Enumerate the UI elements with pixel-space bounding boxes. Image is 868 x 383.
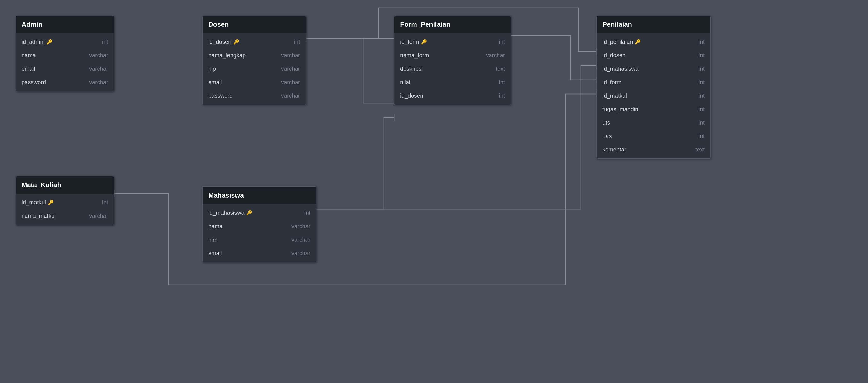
field-type: text (695, 146, 705, 153)
table-form-penilaian-header: Form_Penilaian (395, 16, 510, 33)
diagram-canvas: Admin id_admin 🔑 int nama varchar email … (0, 0, 868, 383)
table-mata-kuliah-title: Mata_Kuliah (22, 181, 61, 189)
field-type: int (699, 119, 705, 126)
table-form-penilaian-title: Form_Penilaian (400, 21, 451, 28)
table-penilaian: Penilaian id_penilaian 🔑 int id_dosen in… (596, 15, 711, 159)
table-row: id_form int (597, 76, 710, 89)
table-row: komentar text (597, 143, 710, 156)
field-name: id_form 🔑 (400, 39, 427, 45)
field-name: id_admin 🔑 (22, 39, 52, 45)
field-name: komentar (602, 146, 626, 153)
table-row: password varchar (16, 76, 114, 89)
field-type: int (499, 79, 505, 86)
table-row: email varchar (203, 247, 316, 260)
table-row: nip varchar (203, 62, 306, 76)
table-mata-kuliah-body: id_matkul 🔑 int nama_matkul varchar (16, 194, 114, 225)
table-row: nama_form varchar (395, 49, 510, 62)
table-row: email varchar (16, 62, 114, 76)
field-name: nama (22, 52, 36, 59)
table-admin: Admin id_admin 🔑 int nama varchar email … (16, 15, 114, 92)
table-dosen-header: Dosen (203, 16, 306, 33)
table-row: id_matkul int (597, 89, 710, 103)
field-type: int (699, 52, 705, 59)
field-name: id_mahasiswa (602, 66, 639, 72)
table-mahasiswa-header: Mahasiswa (203, 187, 316, 204)
table-row: id_dosen int (395, 89, 510, 103)
table-row: tugas_mandiri int (597, 103, 710, 116)
field-name: id_dosen (400, 93, 423, 99)
table-form-penilaian-body: id_form 🔑 int nama_form varchar deskrips… (395, 33, 510, 105)
field-type: varchar (281, 66, 300, 72)
table-mahasiswa-body: id_mahasiswa 🔑 int nama varchar nim varc… (203, 204, 316, 262)
field-name: id_form (602, 79, 621, 86)
field-type: int (699, 79, 705, 86)
table-row: id_penilaian 🔑 int (597, 35, 710, 49)
table-penilaian-title: Penilaian (602, 21, 632, 28)
field-name: id_dosen (602, 52, 625, 59)
table-admin-body: id_admin 🔑 int nama varchar email varcha… (16, 33, 114, 91)
table-row: nim varchar (203, 233, 316, 247)
field-type: varchar (486, 52, 505, 59)
field-name: uts (602, 119, 610, 126)
field-name: deskripsi (400, 66, 423, 72)
table-row: nama_matkul varchar (16, 209, 114, 223)
field-name: nilai (400, 79, 410, 86)
field-type: int (699, 133, 705, 140)
table-mata-kuliah: Mata_Kuliah id_matkul 🔑 int nama_matkul … (16, 176, 114, 225)
table-dosen: Dosen id_dosen 🔑 int nama_lengkap varcha… (202, 15, 306, 105)
pk-icon: 🔑 (47, 39, 52, 45)
table-row: id_mahasiswa 🔑 int (203, 206, 316, 219)
field-type: int (499, 93, 505, 99)
field-type: varchar (291, 236, 310, 243)
field-type: int (499, 39, 505, 45)
field-type: int (699, 106, 705, 113)
pk-icon: 🔑 (246, 210, 252, 216)
table-row: nama varchar (16, 49, 114, 62)
field-type: varchar (89, 213, 108, 219)
table-row: email varchar (203, 76, 306, 89)
pk-icon: 🔑 (234, 39, 239, 45)
table-admin-title: Admin (22, 21, 42, 28)
table-dosen-body: id_dosen 🔑 int nama_lengkap varchar nip … (203, 33, 306, 105)
field-type: varchar (291, 223, 310, 230)
field-name: uas (602, 133, 612, 140)
field-type: int (699, 39, 705, 45)
field-name: email (22, 66, 35, 72)
field-type: int (699, 66, 705, 72)
field-name: nama_form (400, 52, 429, 59)
table-row: id_dosen 🔑 int (203, 35, 306, 49)
field-name: tugas_mandiri (602, 106, 638, 113)
field-name: nim (208, 236, 217, 243)
field-type: varchar (281, 79, 300, 86)
table-row: id_matkul 🔑 int (16, 196, 114, 209)
field-name: nama_matkul (22, 213, 56, 219)
field-type: int (102, 199, 108, 206)
field-name: id_penilaian 🔑 (602, 39, 641, 45)
field-name: nip (208, 66, 216, 72)
table-row: nama varchar (203, 219, 316, 233)
field-name: email (208, 250, 222, 257)
table-row: id_dosen int (597, 49, 710, 62)
field-type: int (699, 93, 705, 99)
pk-icon: 🔑 (48, 200, 54, 205)
field-type: varchar (281, 93, 300, 99)
field-name: nama (208, 223, 222, 230)
table-form-penilaian: Form_Penilaian id_form 🔑 int nama_form v… (394, 15, 511, 105)
field-name: id_mahasiswa 🔑 (208, 209, 252, 216)
field-name: password (208, 93, 232, 99)
field-type: varchar (89, 52, 108, 59)
table-row: uas int (597, 130, 710, 143)
table-row: deskripsi text (395, 62, 510, 76)
field-type: int (294, 39, 300, 45)
table-admin-header: Admin (16, 16, 114, 33)
table-mahasiswa-title: Mahasiswa (208, 192, 244, 199)
table-row: nama_lengkap varchar (203, 49, 306, 62)
pk-icon: 🔑 (421, 39, 427, 45)
table-mahasiswa: Mahasiswa id_mahasiswa 🔑 int nama varcha… (202, 186, 316, 262)
field-type: int (305, 209, 310, 216)
field-type: varchar (281, 52, 300, 59)
field-type: varchar (89, 66, 108, 72)
table-row: password varchar (203, 89, 306, 103)
field-type: text (496, 66, 505, 72)
table-penilaian-body: id_penilaian 🔑 int id_dosen int id_mahas… (597, 33, 710, 159)
